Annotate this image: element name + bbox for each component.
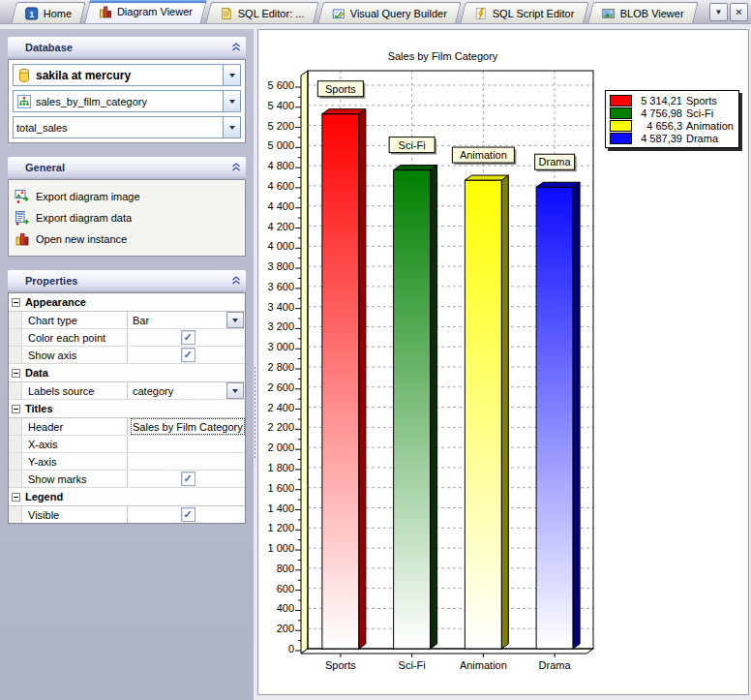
x-category-label: Sports xyxy=(325,659,356,671)
y-tick-label: 4 200 xyxy=(267,221,294,232)
tab-sql-script-editor[interactable]: SQL Script Editor xyxy=(460,2,588,23)
property-value xyxy=(128,436,245,452)
chevron-down-icon xyxy=(232,319,238,322)
collapse-minus-icon[interactable] xyxy=(12,369,20,378)
collapse-minus-icon[interactable] xyxy=(12,298,20,307)
property-label: Y-axis xyxy=(22,453,128,470)
property-value: ✓ xyxy=(128,471,245,487)
new-instance-icon xyxy=(15,231,30,247)
property-label: Show axis xyxy=(22,347,128,363)
dropdown-arrow-button[interactable] xyxy=(223,91,240,111)
table-view-select[interactable]: sales_by_film_category xyxy=(13,90,241,112)
row-gutter xyxy=(9,453,22,470)
link-label: Open new instance xyxy=(36,233,127,245)
tab-label: Home xyxy=(44,8,72,19)
legend-item: 5 314,21Sports xyxy=(610,94,734,107)
labels-source-dropdown-button[interactable] xyxy=(226,382,244,399)
property-group-legend[interactable]: Legend xyxy=(9,488,245,506)
link-label: Export diagram image xyxy=(36,191,140,202)
dropdown-arrow-button[interactable] xyxy=(223,117,240,137)
y-tick-label: 5 000 xyxy=(267,139,294,151)
show-axis-checkbox[interactable]: ✓ xyxy=(181,348,195,362)
row-gutter xyxy=(9,471,22,487)
header-value[interactable]: Sales by Film Category xyxy=(131,418,245,435)
window-controls: ▼ ✕ xyxy=(709,3,748,21)
collapse-chevron-icon[interactable] xyxy=(231,43,241,51)
property-row-color-each-point: Color each point✓ xyxy=(9,329,245,347)
property-group-titles[interactable]: Titles xyxy=(9,400,245,418)
general-panel-body: Export diagram imageExport diagram dataO… xyxy=(8,179,246,257)
dropdown-arrow-button[interactable] xyxy=(223,65,240,85)
chart-type-value[interactable]: Bar xyxy=(131,312,226,328)
tab-visual-query-builder[interactable]: Visual Query Builder xyxy=(317,2,462,23)
y-tick-label: 1 400 xyxy=(267,502,294,514)
tab-sql-editor[interactable]: SQL Editor: ... xyxy=(206,2,319,23)
mark-animation: Animation xyxy=(452,147,516,165)
property-value: Bar xyxy=(128,312,245,328)
chart-type-dropdown-button[interactable] xyxy=(226,312,244,328)
tab-blob-viewer[interactable]: BLOB Viewer xyxy=(587,2,698,23)
collapse-chevron-icon[interactable] xyxy=(231,276,241,285)
legend-series-name: Sports xyxy=(686,95,717,107)
export-diagram-image-link[interactable]: Export diagram image xyxy=(13,186,241,207)
collapse-minus-icon[interactable] xyxy=(12,405,20,413)
script-icon xyxy=(474,7,488,20)
property-label: X-axis xyxy=(22,436,128,452)
column-select[interactable]: total_sales xyxy=(13,116,241,138)
collapse-chevron-icon[interactable] xyxy=(231,163,241,171)
y-tick-label: 800 xyxy=(277,563,294,574)
database-panel-header: Database xyxy=(8,37,246,57)
y-axis-value[interactable] xyxy=(131,453,245,470)
row-gutter xyxy=(9,347,22,363)
property-group-data[interactable]: Data xyxy=(9,364,245,382)
property-value xyxy=(128,453,245,470)
open-new-instance-link[interactable]: Open new instance xyxy=(13,228,241,250)
sidebar: Database sakila at mercurysales_by_film_… xyxy=(0,29,254,700)
chevron-down-icon xyxy=(229,100,235,104)
y-tick-label: 5 200 xyxy=(267,120,294,132)
chevron-down-icon xyxy=(229,126,235,130)
close-tab-button[interactable]: ✕ xyxy=(730,3,748,21)
property-row-chart-type: Chart typeBar xyxy=(9,312,245,329)
database-panel-body: sakila at mercurysales_by_film_categoryt… xyxy=(8,59,246,143)
y-tick-label: 200 xyxy=(277,623,294,634)
database-select[interactable]: sakila at mercury xyxy=(13,64,241,86)
labels-source-value[interactable]: category xyxy=(131,382,226,399)
tab-list-dropdown-button[interactable]: ▼ xyxy=(709,3,728,21)
link-label: Export diagram data xyxy=(36,212,132,224)
chart-legend: 5 314,21Sports4 756,98Sci-Fi4 656,3Anima… xyxy=(605,90,739,148)
tab-label: SQL Script Editor xyxy=(493,8,575,19)
row-gutter xyxy=(9,312,22,328)
y-tick-label: 2 600 xyxy=(267,381,294,393)
y-tick-label: 4 800 xyxy=(267,160,294,171)
property-label: Header xyxy=(22,418,128,435)
property-label: Labels source xyxy=(22,382,128,399)
tab-diagram-viewer[interactable]: Diagram Viewer xyxy=(84,0,207,23)
y-tick-label: 4 000 xyxy=(267,240,294,252)
selected-value: sakila at mercury xyxy=(36,69,219,82)
mark-sci-fi: Sci-Fi xyxy=(389,137,436,155)
general-panel-header: General xyxy=(8,157,246,177)
color-each-point-checkbox[interactable]: ✓ xyxy=(181,330,195,345)
show-marks-checkbox[interactable]: ✓ xyxy=(181,472,195,486)
property-group-appearance[interactable]: Appearance xyxy=(9,293,245,312)
properties-panel-title: Properties xyxy=(25,275,77,287)
query-builder-icon xyxy=(332,7,345,20)
x-axis-value[interactable] xyxy=(131,436,245,452)
chart-floor xyxy=(301,649,593,654)
database-panel-title: Database xyxy=(25,42,73,53)
visible-checkbox[interactable]: ✓ xyxy=(181,507,195,522)
tab-home[interactable]: 1Home xyxy=(11,2,86,23)
row-gutter xyxy=(9,418,22,435)
row-gutter xyxy=(9,436,22,452)
property-row-show-axis: Show axis✓ xyxy=(9,347,245,364)
legend-value: 5 314,21 xyxy=(636,95,682,107)
y-tick-label: 2 400 xyxy=(267,402,294,413)
property-label: Visible xyxy=(22,506,128,523)
y-tick-label: 5 600 xyxy=(267,79,294,91)
y-tick-label: 2 800 xyxy=(267,361,294,373)
chevron-down-icon xyxy=(232,389,238,393)
collapse-minus-icon[interactable] xyxy=(12,493,20,502)
export-diagram-data-link[interactable]: Export diagram data xyxy=(13,207,241,228)
y-tick-label: 3 000 xyxy=(267,341,294,352)
